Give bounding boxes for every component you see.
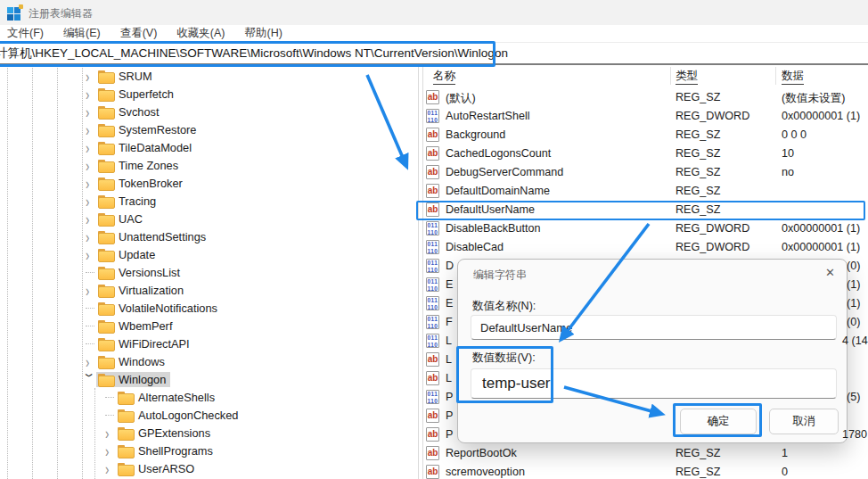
chevron-right-icon[interactable]: › [86, 85, 98, 103]
dword-value-icon: 011110 [426, 240, 439, 254]
tree-item-svchost[interactable]: ›Svchost [0, 103, 417, 120]
value-row-defaultdomainname[interactable]: abDefaultDomainNameREG_SZ [425, 182, 868, 201]
folder-icon [98, 213, 113, 225]
folder-icon [98, 320, 113, 332]
value-row-disablebackbutton[interactable]: 011110DisableBackButtonREG_DWORD0x000000… [425, 219, 868, 238]
value-row-defaultusername[interactable]: abDefaultUserNameREG_SZ [425, 201, 868, 219]
string-value-icon: ab [426, 165, 439, 179]
tree-item-tokenbroker[interactable]: ›TokenBroker [0, 174, 417, 192]
folder-icon [98, 106, 113, 118]
chevron-right-icon[interactable]: › [86, 156, 98, 174]
value-row-background[interactable]: abBackgroundREG_SZ0 0 0 [425, 126, 868, 145]
value-row-cachedlogonscount[interactable]: abCachedLogonsCountREG_SZ10 [425, 145, 868, 163]
value-row-reportbootok[interactable]: abReportBootOkREG_SZ1 [425, 444, 868, 463]
chevron-right-icon[interactable]: › [86, 103, 98, 120]
chevron-right-icon[interactable]: › [86, 352, 98, 370]
pane-splitter[interactable] [418, 66, 419, 479]
close-icon[interactable]: ✕ [825, 266, 835, 279]
value-row-autorestartshell[interactable]: 011110AutoRestartShellREG_DWORD0x0000000… [425, 107, 868, 126]
folder-icon [98, 142, 113, 153]
tree-item-shellprograms[interactable]: ›ShellPrograms [0, 442, 417, 459]
tree-item-update[interactable]: ›Update [0, 245, 417, 263]
value-row-scremoveoption[interactable]: abscremoveoptionREG_SZ0 [425, 463, 868, 479]
tree-item-systemrestore[interactable]: ›SystemRestore [0, 120, 417, 138]
chevron-right-icon[interactable]: › [86, 227, 98, 245]
chevron-right-icon[interactable]: › [86, 210, 98, 227]
tree-item-gpextensions[interactable]: ›GPExtensions [0, 424, 417, 442]
chevron-right-icon[interactable]: › [86, 174, 98, 192]
ok-button[interactable]: 确定 [680, 409, 757, 434]
tree-connector [86, 308, 94, 309]
tree-item-uac[interactable]: ›UAC [0, 210, 417, 227]
selected-tree-item: Winlogon [96, 372, 170, 387]
cancel-button[interactable]: 取消 [769, 409, 839, 434]
column-header-name[interactable]: 名称 [433, 69, 455, 84]
dword-value-icon: 011110 [426, 296, 439, 310]
dword-value-icon: 011110 [426, 390, 439, 404]
chevron-down-icon[interactable]: › [81, 373, 99, 385]
tree-connector [105, 397, 114, 398]
value-data-input[interactable]: temp-user [471, 368, 837, 399]
chevron-right-icon[interactable]: › [105, 442, 118, 459]
chevron-right-icon[interactable]: › [86, 192, 98, 210]
chevron-right-icon[interactable]: › [86, 245, 98, 263]
chevron-right-icon[interactable]: › [86, 281, 98, 299]
title-bar: 注册表编辑器 [0, 0, 868, 25]
menu-bar: 文件(F) 编辑(E) 查看(V) 收藏夹(A) 帮助(H) [0, 25, 868, 42]
dword-value-icon: 011110 [426, 259, 439, 273]
tree-connector [105, 415, 114, 416]
folder-icon [98, 356, 113, 368]
chevron-right-icon[interactable]: › [86, 138, 98, 156]
tree-item-winlogon[interactable]: ›Winlogon [0, 370, 417, 388]
column-header-type[interactable]: 类型 [676, 69, 698, 84]
column-separator[interactable] [775, 67, 776, 85]
tree-item-tracing[interactable]: ›Tracing [0, 192, 417, 210]
folder-icon [98, 374, 113, 385]
tree-connector [86, 343, 94, 344]
address-bar[interactable]: 计算机\HKEY_LOCAL_MACHINE\SOFTWARE\Microsof… [0, 42, 868, 65]
tree-connector [86, 272, 94, 273]
folder-icon [98, 160, 113, 171]
tree-item-alternateshells[interactable]: AlternateShells [0, 388, 417, 406]
folder-icon [118, 427, 133, 439]
edit-string-dialog: 编辑字符串 ✕ 数值名称(N): DefaultUserName 数值数据(V)… [457, 259, 848, 443]
tree-item-superfetch[interactable]: ›Superfetch [0, 85, 417, 103]
value-row-default[interactable]: ab(默认)REG_SZ(数值未设置) [425, 88, 868, 107]
menu-file[interactable]: 文件(F) [7, 26, 44, 41]
menu-help[interactable]: 帮助(H) [244, 26, 282, 41]
value-row-disablecad[interactable]: 011110DisableCadREG_DWORD0x00000001 (1) [425, 238, 868, 257]
string-value-icon: ab [426, 465, 439, 479]
value-row-debugservercommand[interactable]: abDebugServerCommandREG_SZno [425, 163, 868, 182]
registry-editor-icon [7, 5, 21, 20]
tree-item-virtualization[interactable]: ›Virtualization [0, 281, 417, 299]
pane-splitter[interactable] [422, 66, 423, 479]
value-name-input[interactable]: DefaultUserName [471, 315, 837, 340]
tree-item-srum[interactable]: ›SRUM [0, 67, 417, 85]
menu-edit[interactable]: 编辑(E) [63, 26, 101, 41]
tree-item-autologonchecked[interactable]: AutoLogonChecked [0, 406, 417, 424]
folder-icon [118, 409, 133, 421]
folder-icon [98, 88, 113, 100]
chevron-right-icon[interactable]: › [86, 120, 98, 138]
list-header: 名称 类型 数据 [425, 66, 868, 87]
menu-view[interactable]: 查看(V) [120, 26, 158, 41]
dword-value-icon: 011110 [426, 221, 439, 235]
tree-item-volatilenotifications[interactable]: VolatileNotifications [0, 299, 417, 317]
chevron-right-icon[interactable]: › [86, 67, 98, 85]
tree-item-wbemperf[interactable]: WbemPerf [0, 317, 417, 334]
tree-item-time-zones[interactable]: ›Time Zones [0, 156, 417, 174]
tree-item-wifidirectapi[interactable]: WiFiDirectAPI [0, 334, 417, 352]
column-header-data[interactable]: 数据 [782, 69, 804, 84]
string-value-icon: ab [426, 371, 439, 385]
column-separator[interactable] [670, 67, 671, 85]
folder-icon [98, 249, 113, 260]
chevron-right-icon[interactable]: › [105, 459, 118, 477]
tree-item-userarso[interactable]: ›UserARSO [0, 459, 417, 477]
chevron-right-icon[interactable]: › [105, 424, 118, 442]
string-value-icon: ab [426, 184, 439, 198]
tree-item-versionslist[interactable]: VersionsList [0, 263, 417, 281]
tree-item-windows[interactable]: ›Windows [0, 352, 417, 370]
tree-item-tiledatamodel[interactable]: ›TileDataModel [0, 138, 417, 156]
menu-favorites[interactable]: 收藏夹(A) [176, 26, 225, 41]
tree-item-unattendsettings[interactable]: ›UnattendSettings [0, 227, 417, 245]
